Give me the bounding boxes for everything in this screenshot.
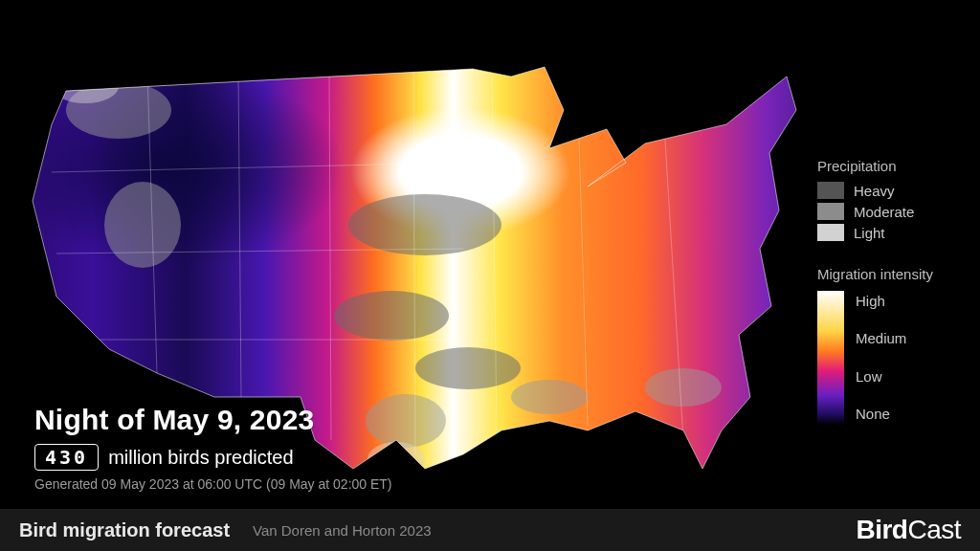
svg-point-7 — [511, 380, 588, 414]
legend-precip-title: Precipitation — [817, 158, 961, 174]
legend-migration-title: Migration intensity — [817, 266, 961, 282]
legend-label: Light — [854, 225, 885, 241]
predicted-suffix: million birds predicted — [108, 447, 293, 469]
legend-precip-moderate: Moderate — [817, 203, 961, 220]
svg-point-4 — [334, 291, 449, 341]
brand-logo: BirdCast — [856, 515, 961, 545]
predicted-count: 430 — [34, 444, 99, 471]
legend-migration: Migration intensity High Medium Low None — [817, 266, 961, 424]
svg-point-10 — [104, 182, 181, 268]
svg-point-12 — [52, 69, 119, 103]
legend-precip-light: Light — [817, 224, 961, 241]
swatch-heavy — [817, 182, 844, 199]
swatch-moderate — [817, 203, 844, 220]
legend-label: High — [856, 293, 906, 309]
footer-title: Bird migration forecast — [19, 519, 230, 541]
svg-point-8 — [645, 368, 722, 407]
legend-precipitation: Precipitation Heavy Moderate Light — [817, 158, 961, 241]
footer-bar: Bird migration forecast Van Doren and Ho… — [0, 509, 980, 551]
forecast-night-label: Night of May 9, 2023 — [34, 404, 392, 436]
brand-part-a: Bird — [856, 515, 907, 544]
swatch-light — [817, 224, 844, 241]
legend-label: None — [856, 406, 906, 422]
svg-point-3 — [348, 194, 501, 255]
legend-label: Heavy — [854, 183, 895, 199]
legend-label: Moderate — [854, 204, 914, 220]
legend-label: Medium — [856, 330, 906, 346]
brand-part-b: Cast — [907, 515, 961, 544]
svg-point-5 — [415, 347, 521, 389]
footer-attribution: Van Doren and Horton 2023 — [253, 522, 432, 539]
generated-timestamp: Generated 09 May 2023 at 06:00 UTC (09 M… — [34, 476, 392, 492]
legend-precip-heavy: Heavy — [817, 182, 961, 199]
legend-label: Low — [856, 368, 906, 385]
migration-color-bar — [817, 291, 844, 425]
